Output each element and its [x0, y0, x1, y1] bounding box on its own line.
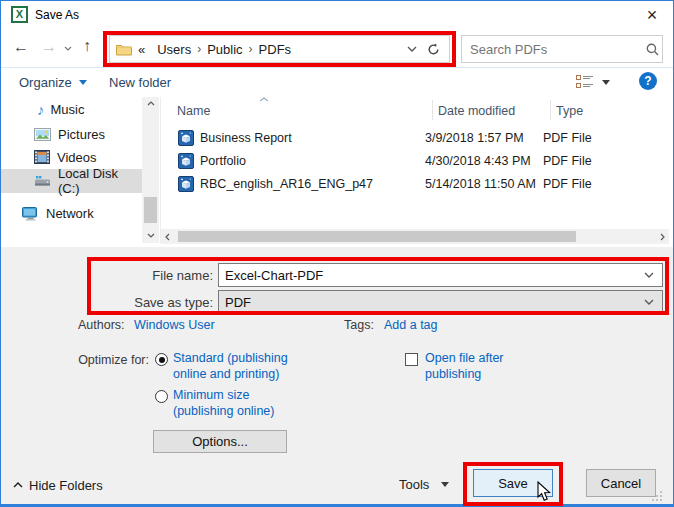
column-divider[interactable]	[432, 100, 433, 120]
address-bar[interactable]: « Users › Public › PDFs	[109, 35, 450, 63]
radio-minimum-label-line2[interactable]: (publishing online)	[173, 404, 274, 418]
options-button[interactable]: Options...	[153, 430, 287, 453]
resize-grip[interactable]	[651, 490, 663, 502]
scroll-left-icon[interactable]	[165, 233, 170, 241]
new-folder-button[interactable]: New folder	[109, 73, 171, 91]
views-dropdown-chevron-icon[interactable]	[602, 80, 610, 85]
scroll-down-icon[interactable]	[147, 233, 155, 238]
file-name-input[interactable]	[219, 268, 644, 283]
file-list-horizontal-scrollbar[interactable]	[161, 229, 669, 244]
save-as-dialog: X Save As × ← → ↑ « Users › Public › PDF…	[0, 0, 674, 507]
file-type: PDF File	[543, 154, 592, 168]
radio-standard[interactable]	[155, 353, 168, 366]
column-header-name[interactable]: Name	[177, 104, 210, 118]
scroll-up-icon[interactable]	[147, 101, 155, 106]
column-header-type[interactable]: Type	[556, 104, 583, 118]
videos-icon	[34, 150, 50, 164]
column-header-date-modified[interactable]: Date modified	[438, 104, 515, 118]
radio-minimum-label-line1[interactable]: Minimum size	[173, 388, 249, 402]
scrollbar-thumb[interactable]	[178, 231, 576, 242]
file-date-modified: 4/30/2018 4:43 PM	[425, 154, 543, 168]
pdf-file-icon	[178, 176, 194, 192]
recent-locations-chevron-icon[interactable]	[64, 46, 72, 51]
save-as-type-label: Save as type:	[105, 295, 213, 310]
refresh-icon[interactable]	[427, 43, 440, 56]
open-file-label-line1[interactable]: Open file after	[425, 351, 504, 365]
pdf-file-icon	[178, 130, 194, 146]
window-title: Save As	[35, 8, 79, 22]
network-icon	[21, 206, 40, 221]
breadcrumb-item-users[interactable]: Users	[151, 42, 197, 57]
file-type: PDF File	[543, 131, 592, 145]
sidebar-item-label: Videos	[57, 150, 97, 165]
radio-minimum-size[interactable]	[155, 390, 168, 403]
help-icon[interactable]: ?	[639, 72, 657, 90]
file-name-combobox[interactable]	[218, 263, 663, 287]
cancel-button-label: Cancel	[601, 476, 641, 491]
back-button[interactable]: ←	[13, 38, 29, 56]
views-icon[interactable]	[576, 75, 594, 89]
file-name-label: File name:	[121, 268, 213, 283]
scroll-right-icon[interactable]	[660, 233, 665, 241]
search-box[interactable]	[461, 35, 663, 63]
authors-label: Authors:	[78, 318, 125, 332]
open-file-after-publishing-checkbox[interactable]	[405, 353, 418, 366]
breadcrumb-item-public[interactable]: Public	[201, 42, 248, 57]
new-folder-label: New folder	[109, 75, 171, 90]
sort-ascending-icon	[259, 97, 269, 102]
sidebar-item-music[interactable]: ♪ Music	[1, 97, 142, 121]
organize-label: Organize	[19, 75, 72, 90]
sidebar-item-network[interactable]: Network	[1, 201, 142, 225]
tags-label: Tags:	[344, 318, 374, 332]
close-button[interactable]: ×	[641, 5, 663, 25]
nav-separator	[1, 67, 673, 68]
breadcrumb-item-pdfs[interactable]: PDFs	[253, 42, 298, 57]
open-file-label-line2[interactable]: publishing	[425, 367, 481, 381]
file-date-modified: 3/9/2018 1:57 PM	[425, 131, 543, 145]
chevron-down-icon[interactable]	[644, 272, 654, 278]
title-bar: X Save As ×	[1, 1, 673, 29]
sidebar-item-label: Pictures	[58, 127, 105, 142]
column-divider[interactable]	[550, 100, 551, 120]
file-date-modified: 5/14/2018 11:50 AM	[425, 177, 543, 191]
sidebar-item-label: Network	[46, 206, 94, 221]
tags-add-link[interactable]: Add a tag	[384, 318, 438, 332]
tools-label: Tools	[399, 477, 429, 492]
file-type: PDF File	[543, 177, 592, 191]
options-button-label: Options...	[192, 434, 248, 449]
breadcrumb-overflow[interactable]: «	[132, 42, 151, 57]
local-disk-icon	[34, 175, 51, 187]
tools-button[interactable]: Tools	[399, 475, 449, 493]
table-row[interactable]: Portfolio 4/30/2018 4:43 PM PDF File	[161, 150, 669, 171]
save-button-label: Save	[498, 476, 528, 491]
hide-folders-button[interactable]: Hide Folders	[29, 478, 103, 493]
file-name: Business Report	[200, 131, 425, 145]
dialog-bottom-border	[1, 504, 673, 506]
radio-standard-label-line1[interactable]: Standard (publishing	[173, 351, 288, 365]
search-input[interactable]	[462, 42, 646, 57]
chevron-down-icon	[441, 482, 449, 487]
hide-folders-chevron-icon[interactable]	[13, 482, 23, 488]
authors-value[interactable]: Windows User	[134, 318, 215, 332]
address-dropdown-chevron-icon[interactable]	[407, 46, 417, 52]
mouse-cursor	[537, 481, 552, 502]
radio-standard-label-line2[interactable]: online and printing)	[173, 367, 279, 381]
cancel-button[interactable]: Cancel	[586, 469, 656, 497]
organize-button[interactable]: Organize	[19, 73, 87, 91]
table-row[interactable]: RBC_english_AR16_ENG_p47 5/14/2018 11:50…	[161, 173, 669, 194]
scrollbar-thumb[interactable]	[144, 197, 157, 223]
sidebar-item-local-disk[interactable]: Local Disk (C:)	[1, 169, 142, 193]
file-name: Portfolio	[200, 154, 425, 168]
up-button[interactable]: ↑	[83, 37, 91, 55]
search-icon[interactable]	[646, 43, 659, 56]
pdf-file-icon	[178, 153, 194, 169]
sidebar-item-pictures[interactable]: Pictures	[1, 122, 142, 146]
save-as-type-value: PDF	[219, 295, 644, 310]
table-row[interactable]: Business Report 3/9/2018 1:57 PM PDF Fil…	[161, 127, 669, 148]
chevron-down-icon	[79, 80, 87, 85]
sidebar-scrollbar[interactable]	[142, 97, 159, 243]
folder-icon	[116, 43, 132, 56]
save-as-type-combobox[interactable]: PDF	[218, 290, 663, 314]
optimize-for-label: Optimize for:	[59, 353, 149, 367]
chevron-down-icon[interactable]	[644, 299, 654, 305]
